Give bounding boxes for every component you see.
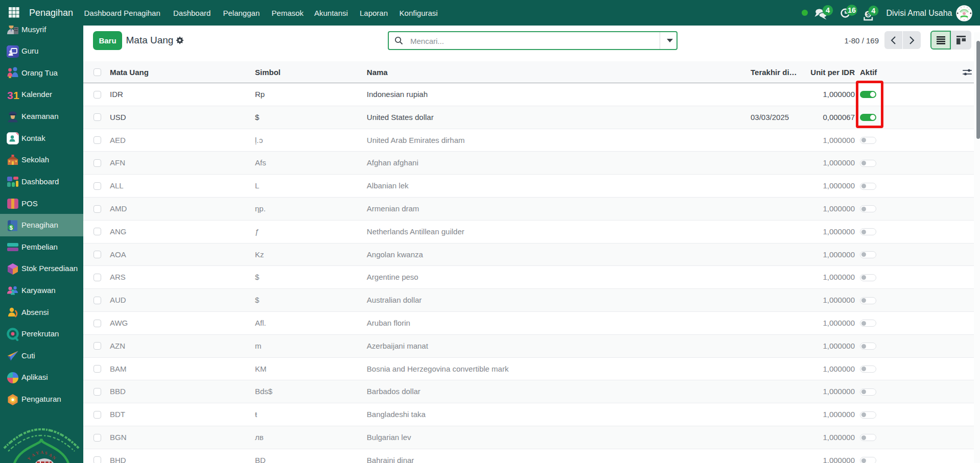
svg-text:N: N: [51, 455, 57, 461]
svg-text:16: 16: [848, 6, 856, 14]
svg-text:Y: Y: [26, 456, 32, 462]
svg-text:A: A: [40, 450, 44, 455]
svg-text:Y: Y: [35, 450, 39, 456]
svg-text:4: 4: [826, 6, 830, 14]
svg-text:$: $: [9, 224, 12, 230]
svg-text:3: 3: [7, 89, 13, 101]
svg-text:1: 1: [13, 89, 19, 101]
svg-text:S: S: [44, 450, 48, 456]
svg-text:4: 4: [871, 7, 875, 15]
